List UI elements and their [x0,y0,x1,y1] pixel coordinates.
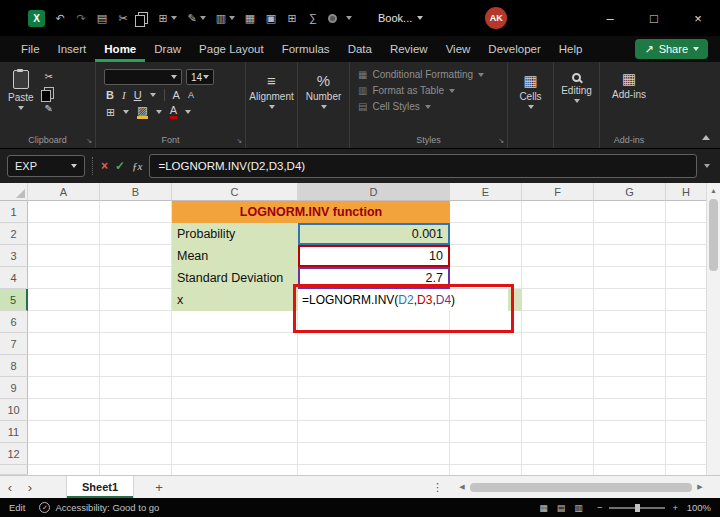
record-icon[interactable] [328,14,337,23]
bold-button[interactable]: B [106,89,114,101]
zoom-slider-thumb[interactable] [635,504,640,512]
row-header-2[interactable]: 2 [0,223,28,245]
page-break-view-icon[interactable]: ▥ [574,503,583,513]
column-header-c[interactable]: C [172,183,298,201]
vertical-scrollbar[interactable]: ▲ [706,183,720,475]
column-header-d[interactable]: D [298,183,450,201]
column-header-f[interactable]: F [522,183,594,201]
camera-icon[interactable]: ▣ [265,13,277,24]
cut-button[interactable]: ✂ [43,72,55,82]
row-header-3[interactable]: 3 [0,245,28,267]
number-button[interactable]: % Number [298,62,349,109]
row-header-6[interactable]: 6 [0,311,28,333]
cancel-button[interactable]: × [101,159,108,173]
sheet-options-icon[interactable]: ⋮ [432,481,443,494]
underline-button[interactable]: U [134,89,142,101]
column-header-b[interactable]: B [100,183,172,201]
redo-icon[interactable]: ↷ [75,13,87,24]
zoom-level[interactable]: 100% [685,502,711,513]
cell-d2-value[interactable]: 0.001 [298,223,450,245]
sheet-nav-right-icon[interactable]: › [20,480,40,495]
zoom-in-button[interactable]: + [672,502,678,513]
font-color-button[interactable]: A [170,105,177,119]
tab-file[interactable]: File [12,36,49,62]
cell-c1-title[interactable]: LOGNORM.INV function [172,201,450,223]
cell-c5-label[interactable]: x [172,289,298,311]
select-all-corner[interactable] [0,183,28,201]
cell-styles-button[interactable]: ▤ Cell Styles [358,101,499,112]
paste-qat-icon[interactable]: ▤ [96,13,108,24]
tab-help[interactable]: Help [550,36,592,62]
sum-icon[interactable]: ∑ [307,13,319,24]
row-header-5[interactable]: 5 [0,289,28,311]
column-header-a[interactable]: A [28,183,100,201]
conditional-formatting-button[interactable]: ▦ Conditional Formatting [358,69,499,80]
tab-view[interactable]: View [437,36,480,62]
row-header-10[interactable]: 10 [0,399,28,421]
undo-icon[interactable]: ↶ [54,13,66,24]
share-button[interactable]: ↗ Share [635,39,708,59]
borders-qat-button[interactable]: ⊞ [157,13,177,24]
formula-bar-expand-icon[interactable] [704,164,710,168]
tab-draw[interactable]: Draw [145,36,190,62]
tab-home[interactable]: Home [95,36,145,62]
font-name-select[interactable] [104,69,182,85]
format-painter-button[interactable]: ✎ [186,13,206,24]
tab-developer[interactable]: Developer [479,36,549,62]
addins-button[interactable]: ▦ Add-ins [600,62,658,100]
row-header-9[interactable]: 9 [0,377,28,399]
tab-insert[interactable]: Insert [49,36,96,62]
italic-button[interactable]: I [122,89,126,101]
row-header-4[interactable]: 4 [0,267,28,289]
increase-font-button[interactable]: A [173,89,180,101]
table-icon[interactable]: ▦ [244,13,256,24]
cell-d3-value[interactable]: 10 [298,245,450,267]
normal-view-icon[interactable]: ▦ [539,503,548,513]
insert-function-button[interactable]: ƒx [132,160,142,172]
clipboard-dialog-launcher[interactable]: ↘ [86,137,92,145]
decrease-font-button[interactable]: A [188,90,194,100]
vertical-scroll-thumb[interactable] [709,199,718,271]
row-header-7[interactable]: 7 [0,333,28,355]
paste-button[interactable]: Paste [8,70,34,114]
minimize-button[interactable]: – [588,0,632,36]
borders-button[interactable]: ⊞ [106,106,115,119]
column-header-g[interactable]: G [594,183,666,201]
add-sheet-button[interactable]: + [150,480,168,495]
cells-button[interactable]: ▦ Cells [508,62,553,109]
name-box[interactable]: EXP [7,155,85,177]
row-header-12[interactable]: 12 [0,443,28,465]
format-painter-button[interactable]: ✎ [43,104,55,114]
row-header-8[interactable]: 8 [0,355,28,377]
enter-button[interactable]: ✓ [115,159,125,173]
cell-c3-label[interactable]: Mean [172,245,298,267]
fill-color-button[interactable]: ▨ [137,105,147,119]
format-as-table-button[interactable]: ▥ Format as Table [358,85,499,96]
copy-button[interactable] [44,87,54,99]
editing-button[interactable]: Editing [554,62,599,103]
sheet-nav-left-icon[interactable]: ‹ [0,480,20,495]
zoom-out-button[interactable]: − [597,502,603,513]
workbook-title[interactable]: Book... [378,12,423,24]
styles-dialog-launcher[interactable]: ↘ [498,137,504,145]
sheet-tab-sheet1[interactable]: Sheet1 [66,476,134,498]
horizontal-scroll-thumb[interactable] [470,483,692,492]
tab-page-layout[interactable]: Page Layout [190,36,273,62]
maximize-button[interactable]: □ [632,0,676,36]
column-header-e[interactable]: E [450,183,522,201]
column-header-h[interactable]: H [666,183,706,201]
tab-review[interactable]: Review [381,36,437,62]
collapse-ribbon-icon[interactable] [702,135,710,140]
cut-icon[interactable]: ✂ [117,13,129,24]
zoom-slider[interactable] [609,507,665,509]
close-button[interactable]: × [676,0,720,36]
row-header-1[interactable]: 1 [0,201,28,223]
page-layout-view-icon[interactable]: ▤ [557,503,566,513]
qat-more-icon[interactable] [346,16,352,20]
scroll-up-icon[interactable]: ▲ [707,183,720,197]
font-size-select[interactable]: 14 [186,69,214,85]
font-dialog-launcher[interactable]: ↘ [236,137,242,145]
scroll-right-icon[interactable]: ▶ [694,483,706,491]
alignment-button[interactable]: ≡ Alignment [246,62,297,109]
horizontal-scrollbar[interactable]: ◀ ▶ [456,476,706,498]
